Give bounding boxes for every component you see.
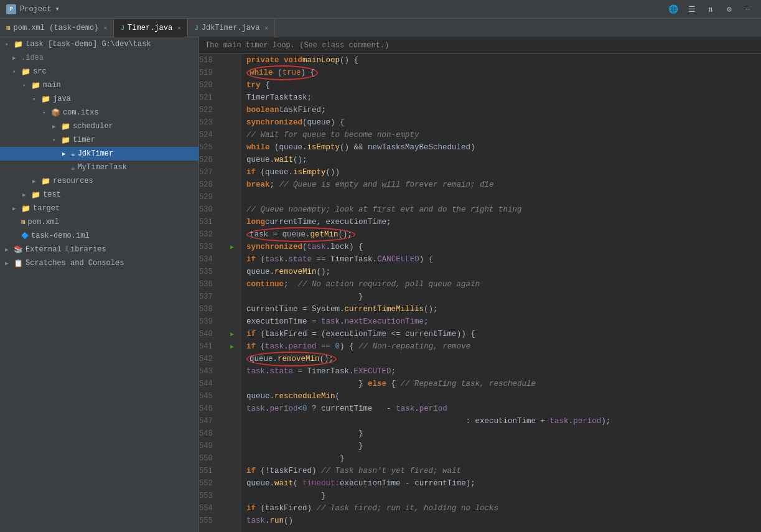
folder-icon-timer: 📁 (61, 136, 70, 145)
title-bar-actions: 🌐 ☰ ⇅ ⚙ — (666, 2, 755, 16)
line-num-529: 529 (199, 191, 225, 203)
settings-icon[interactable]: ⚙ (722, 2, 736, 16)
arrow-scheduler: ▶ (52, 123, 58, 130)
line-numbers: 5185195205215225235245255265275285295305… (199, 54, 230, 532)
tab-timer-close[interactable]: ✕ (177, 24, 181, 32)
gutter-527 (230, 166, 241, 179)
tab-pom-label: pom.xml (task-demo) (14, 24, 99, 32)
line-num-535: 535 (199, 266, 225, 278)
line-num-549: 549 (199, 440, 225, 452)
line-num-547: 547 (199, 415, 225, 427)
jdk-tab-icon: J (194, 24, 198, 32)
code-line-529 (246, 191, 761, 203)
line-num-553: 553 (199, 490, 225, 502)
sidebar-item-pom-xml[interactable]: ▶ m pom.xml (0, 215, 198, 229)
sidebar-item-ext-libs[interactable]: ▶ 📚 External Libraries (0, 243, 198, 256)
gutter-529 (230, 191, 241, 203)
list-icon[interactable]: ☰ (685, 2, 699, 16)
line-num-521: 521 (199, 91, 225, 104)
sidebar-item-java[interactable]: ▾ 📁 java (0, 92, 198, 106)
sidebar-label-java: java (53, 95, 71, 103)
project-chevron[interactable]: ▾ (55, 4, 59, 14)
sidebar-item-target[interactable]: ▶ 📁 target (0, 202, 198, 215)
sidebar-item-scratches[interactable]: ▶ 📋 Scratches and Consoles (0, 256, 198, 270)
code-line-533: synchronized(task.lock) { (246, 241, 761, 253)
arrow-timer-folder: ▾ (52, 137, 58, 144)
gutter-530 (230, 203, 241, 216)
code-line-547: : executionTime + task.period); (246, 415, 761, 427)
gutter-541: ▶ (230, 340, 241, 353)
sidebar-item-resources[interactable]: ▶ 📁 resources (0, 174, 198, 188)
folder-icon-scratches: 📋 (14, 259, 23, 268)
line-num-537: 537 (199, 291, 225, 303)
code-line-531: long currentTime, executionTime; (246, 216, 761, 228)
folder-icon-comitxs: 📦 (51, 108, 60, 118)
folder-icon-test: 📁 (31, 190, 40, 200)
line-num-555: 555 (199, 515, 225, 527)
sidebar-label-test: test (43, 190, 61, 199)
arrow-jdktimer: ▶ (62, 151, 68, 157)
sidebar-label-mytimertask: MyTimerTask (78, 163, 127, 172)
tab-pom[interactable]: m pom.xml (task-demo) ✕ (0, 19, 114, 37)
sort-icon[interactable]: ⇅ (704, 2, 717, 16)
code-line-523: synchronized(queue) { (246, 116, 761, 129)
gutter-522 (230, 104, 241, 116)
sidebar-item-iml[interactable]: ▶ 🔷 task-demo.iml (0, 229, 198, 243)
tab-jdk[interactable]: J JdkTimer.java ✕ (188, 19, 275, 37)
code-line-540: if (taskFired = (executionTime <= curren… (246, 328, 761, 340)
code-line-532: task = queue.getMin(); (246, 228, 761, 241)
sidebar-item-mytimertask[interactable]: ▶ ☕ MyTimerTask (0, 161, 198, 174)
arrow-mytimertask: ▶ (62, 164, 68, 171)
tab-jdk-close[interactable]: ✕ (264, 24, 268, 32)
pom-tab-icon: m (6, 24, 11, 32)
sidebar-label-jdktimer: JdkTimer (78, 149, 114, 158)
code-line-535: queue.removeMin(); (246, 266, 761, 278)
line-num-551: 551 (199, 465, 225, 477)
arrow-main: ▾ (22, 82, 29, 89)
tab-pom-close[interactable]: ✕ (103, 24, 107, 32)
hint-bar: The main timer loop. (See class comment.… (199, 37, 761, 54)
code-line-543: task.state = TimerTask.EXECUTED; (246, 365, 761, 378)
line-num-526: 526 (199, 154, 225, 166)
line-num-554: 554 (199, 502, 225, 515)
file-icon-jdktimer: ☕ (71, 150, 75, 158)
code-line-522: boolean taskFired; (246, 104, 761, 116)
code-line-538: currentTime = System.currentTimeMillis()… (246, 303, 761, 315)
sidebar-item-src[interactable]: ▾ 📁 src (0, 65, 198, 78)
minimize-icon[interactable]: — (741, 2, 755, 16)
sidebar-label-pom: pom.xml (28, 218, 59, 226)
sidebar-item-test[interactable]: ▶ 📁 test (0, 188, 198, 202)
line-num-524: 524 (199, 129, 225, 141)
globe-icon[interactable]: 🌐 (666, 2, 680, 16)
sidebar-item-timer-folder[interactable]: ▾ 📁 timer (0, 133, 198, 147)
line-num-523: 523 (199, 116, 225, 129)
gutter-538 (230, 303, 241, 315)
sidebar-label-timer: timer (73, 136, 95, 144)
gutter-553 (230, 490, 241, 502)
folder-icon-src: 📁 (21, 67, 30, 77)
sidebar-label-main: main (43, 81, 61, 90)
title-bar-left: P Project ▾ (6, 4, 60, 14)
sidebar-item-task-demo[interactable]: ▾ 📁 task [task-demo] G:\dev\task (0, 37, 198, 51)
arrow-comitxs: ▾ (42, 110, 49, 116)
arrow-iml: ▶ (12, 233, 19, 240)
editor-area: The main timer loop. (See class comment.… (199, 37, 761, 532)
tab-timer[interactable]: J Timer.java ✕ (114, 19, 188, 37)
code-editor[interactable]: 5185195205215225235245255265275285295305… (199, 54, 761, 532)
sidebar-item-scheduler[interactable]: ▶ 📁 scheduler (0, 119, 198, 133)
line-num-541: 541 (199, 340, 225, 353)
gutter-540: ▶ (230, 328, 241, 340)
sidebar-label-iml: task-demo.iml (31, 231, 90, 240)
sidebar-item-jdktimer[interactable]: ▶ ☕ JdkTimer (0, 147, 198, 161)
title-bar: P Project ▾ 🌐 ☰ ⇅ ⚙ — (0, 0, 761, 19)
sidebar-item-main[interactable]: ▾ 📁 main (0, 78, 198, 92)
code-line-518: private void mainLoop() { (246, 54, 761, 67)
gutter-545 (230, 390, 241, 403)
line-num-528: 528 (199, 179, 225, 191)
sidebar-item-comitxs[interactable]: ▾ 📦 com.itxs (0, 106, 198, 119)
code-line-536: continue; // No action required, poll qu… (246, 278, 761, 291)
arrow-resources: ▶ (32, 178, 39, 185)
sidebar-item-idea[interactable]: ▶ .idea (0, 51, 198, 65)
code-line-544: } else { // Repeating task, reschedule (246, 378, 761, 390)
folder-icon-scheduler: 📁 (61, 122, 70, 131)
